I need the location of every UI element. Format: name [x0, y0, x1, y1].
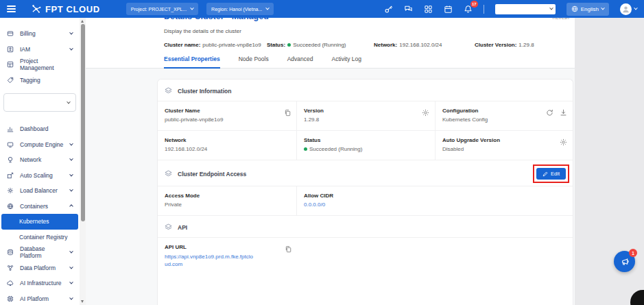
- refresh-icon[interactable]: [546, 109, 553, 117]
- sidebar-item-label: Container Registry: [19, 234, 67, 241]
- section-cluster-information: Cluster Information: [158, 80, 573, 101]
- chevron-down-icon: [601, 6, 605, 10]
- summary-cluster-version: Cluster Version: 1.29.8: [475, 42, 534, 48]
- chevron-down-icon: [69, 249, 73, 254]
- project-selector[interactable]: Project: PROJECT_XPL...: [126, 3, 198, 15]
- sidebar-item-label: AI Platform: [20, 295, 49, 302]
- sidebar-filter-select[interactable]: [3, 93, 76, 112]
- user-menu[interactable]: [620, 3, 637, 15]
- chevron-down-icon: [69, 173, 73, 177]
- notification-count-badge: 17: [470, 1, 478, 8]
- cluster-summary-bar: Cluster name: public-private-vnp8e1o9 St…: [164, 42, 569, 48]
- sidebar-filter-input[interactable]: [9, 99, 67, 106]
- sidebar-item-network[interactable]: Network: [0, 152, 80, 168]
- layers-icon: [165, 87, 172, 95]
- field-label: Cluster Name: [165, 108, 223, 114]
- download-icon[interactable]: [560, 109, 567, 117]
- sidebar-item-label: Load Balancer: [20, 187, 58, 194]
- scroll-down-arrow-icon[interactable]: [81, 300, 84, 303]
- chevron-down-icon: [69, 142, 73, 146]
- chevron-down-icon: [549, 5, 553, 10]
- sidebar-item-ai-infrastructure[interactable]: AI Infrastructure: [0, 276, 80, 291]
- sidebar-item-iam[interactable]: IAM: [0, 42, 80, 58]
- sidebar-item-containers[interactable]: Containers: [0, 199, 80, 215]
- chevron-down-icon: [69, 296, 73, 300]
- layers-icon: [165, 170, 172, 178]
- edit-endpoint-access-button[interactable]: Edit: [536, 168, 566, 180]
- top-navigation-bar: FPT CLOUD Project: PROJECT_XPL... Region…: [0, 0, 644, 18]
- sidebar-item-label: Auto Scaling: [20, 172, 53, 179]
- field-value: Private: [165, 202, 200, 208]
- notifications-button[interactable]: 17: [464, 5, 473, 14]
- tab-node-pools[interactable]: Node Pools: [239, 56, 269, 68]
- sidebar-item-label: Dashboard: [20, 125, 49, 132]
- sidebar-scrollbar[interactable]: [80, 18, 86, 305]
- brand-name: FPT CLOUD: [45, 4, 100, 14]
- language-label: English: [581, 6, 599, 12]
- summary-network: Network: 192.168.102.0/24: [374, 42, 475, 48]
- gear-icon[interactable]: [422, 109, 429, 117]
- language-selector[interactable]: English: [567, 3, 609, 16]
- menu-toggle-button[interactable]: [7, 5, 16, 12]
- scroll-up-arrow-icon[interactable]: [81, 20, 84, 23]
- tab-advanced[interactable]: Advanced: [287, 56, 313, 68]
- field-label: Status: [304, 137, 362, 143]
- status-green-dot: [287, 43, 291, 47]
- sidebar-item-kubernetes[interactable]: Kubernetes: [1, 214, 78, 230]
- iam-icon: [7, 45, 14, 53]
- billing-icon: [7, 30, 14, 38]
- sidebar-item-dashboard[interactable]: Dashboard: [0, 121, 80, 137]
- user-avatar[interactable]: [620, 3, 632, 15]
- allow-cidr-link[interactable]: 0.0.0.0/0: [304, 202, 333, 208]
- chevron-down-icon: [67, 100, 71, 104]
- section-cluster-endpoint-access: Cluster Endpoint Access Edit: [158, 160, 573, 186]
- copy-icon[interactable]: [284, 109, 291, 117]
- summary-status: Status: Succeeded (Running): [267, 42, 374, 48]
- tab-activity-log[interactable]: Activity Log: [332, 56, 361, 68]
- chevron-down-icon: [69, 280, 73, 284]
- chevron-up-icon: [69, 204, 73, 208]
- sidebar-item-database-platform[interactable]: Database Platform: [0, 245, 80, 260]
- sidebar-item-ai-platform[interactable]: AI Platform: [0, 291, 80, 305]
- ai-infrastructure-icon: [7, 280, 14, 287]
- tab-essential-properties[interactable]: Essential Properties: [164, 56, 220, 69]
- field-label: Network: [165, 137, 207, 143]
- sidebar-item-label: Network: [20, 156, 41, 163]
- sidebar-item-container-registry[interactable]: Container Registry: [0, 230, 80, 245]
- chevron-down-icon: [69, 47, 73, 51]
- page-subtitle: Display the details of the cluster: [164, 28, 569, 34]
- apps-grid-icon[interactable]: [424, 5, 433, 14]
- copy-icon[interactable]: [285, 245, 291, 253]
- sidebar-item-compute-engine[interactable]: Compute Engine: [0, 137, 80, 153]
- field-label: Allow CIDR: [304, 193, 333, 199]
- pencil-icon: [542, 171, 548, 177]
- api-url-link[interactable]: https://api.vnp8e1o9.prd.m.fke.fptcloud.…: [165, 253, 254, 268]
- field-value: 192.168.102.0/24: [165, 146, 207, 152]
- announcements-button[interactable]: 1: [614, 251, 635, 272]
- chevron-down-icon: [190, 6, 194, 10]
- sidebar-item-load-balancer[interactable]: Load Balancer: [0, 183, 80, 199]
- sidebar-item-data-platform[interactable]: Data Platform: [0, 260, 80, 276]
- containers-icon: [7, 202, 14, 210]
- sidebar-item-billing[interactable]: Billing: [0, 26, 80, 42]
- header-search-box[interactable]: [495, 4, 556, 14]
- cluster-details-card: Cluster Information Cluster Name public-…: [157, 79, 573, 305]
- sidebar-item-label: Data Platform: [20, 265, 56, 271]
- region-selector[interactable]: Region: Hanoi (Vietna...: [206, 3, 274, 15]
- sidebar-item-project-management[interactable]: Project Management: [0, 57, 80, 73]
- ai-platform-icon: [7, 295, 14, 302]
- scrollbar-thumb[interactable]: [81, 24, 85, 221]
- sidebar-item-label: Database Platform: [20, 245, 64, 259]
- support-chat-icon[interactable]: [404, 5, 413, 14]
- detail-tabs: Essential Properties Node Pools Advanced…: [86, 56, 575, 69]
- sidebar-item-auto-scaling[interactable]: Auto Scaling: [0, 168, 80, 184]
- sidebar-item-label: Tagging: [20, 77, 40, 84]
- header-search-input[interactable]: [498, 5, 550, 14]
- project-label: Project: PROJECT_XPL...: [131, 7, 187, 12]
- fpt-logo-icon: [31, 3, 42, 14]
- calendar-icon[interactable]: [444, 5, 453, 14]
- gear-icon[interactable]: [560, 138, 567, 146]
- key-icon[interactable]: [384, 5, 393, 14]
- sidebar-item-label: Kubernetes: [19, 218, 49, 225]
- sidebar-item-tagging[interactable]: Tagging: [0, 73, 80, 88]
